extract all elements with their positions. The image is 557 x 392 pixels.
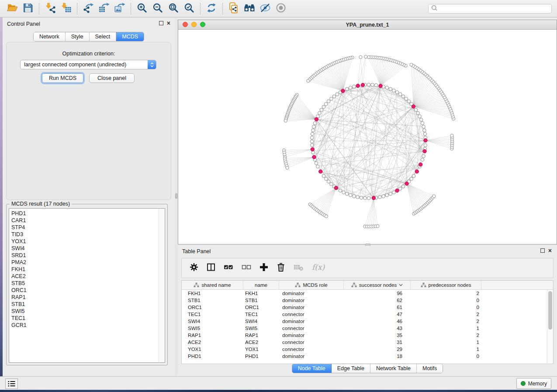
tab-network[interactable]: Network — [34, 32, 66, 41]
import-network-button[interactable] — [42, 2, 58, 16]
mcds-result-items: PHD1CAR1STP4TID3YOX1SWI4SRD1PMA2FKH1ACE2… — [9, 209, 165, 329]
tab-node-table[interactable]: Node Table — [292, 364, 332, 373]
close-panel-icon[interactable]: × — [167, 21, 170, 25]
network-canvas[interactable] — [178, 29, 557, 244]
close-panel-button[interactable]: Close panel — [89, 73, 135, 83]
list-item[interactable]: SRD1 — [9, 252, 165, 259]
zoom-selected-icon — [184, 3, 194, 15]
column-header-name[interactable]: name — [243, 281, 279, 289]
scrollbar-thumb[interactable] — [548, 291, 552, 330]
main-toolbar — [0, 0, 557, 17]
show-all-button[interactable] — [273, 2, 289, 16]
table-row[interactable]: YOX1YOX1connector291 — [182, 346, 553, 353]
column-header-successor-nodes[interactable]: successor nodes — [344, 281, 411, 289]
open-file-button[interactable] — [4, 2, 20, 16]
table-row[interactable]: PHD1PHD1dominator180 — [182, 353, 553, 360]
search-network-button[interactable] — [242, 2, 257, 16]
optimization-criterion-label: Optimization criterion: — [7, 51, 171, 57]
table-row[interactable]: SWI4SWI4dominator462 — [182, 318, 553, 325]
list-item[interactable]: PHD1 — [9, 210, 165, 217]
table-row[interactable]: ACE2ACE2connector311 — [182, 339, 553, 346]
list-item[interactable]: CAR1 — [9, 217, 165, 224]
list-item[interactable]: SWI5 — [9, 308, 165, 315]
memory-button[interactable]: Memory — [516, 378, 551, 389]
new-network-from-selection-button[interactable] — [226, 2, 242, 16]
window-minimize-icon[interactable] — [191, 22, 197, 27]
mcds-result-list[interactable]: PHD1CAR1STP4TID3YOX1SWI4SRD1PMA2FKH1ACE2… — [9, 208, 165, 363]
fit-content-button[interactable] — [166, 2, 181, 16]
table-row[interactable]: RAP1RAP1dominator352 — [182, 332, 553, 339]
table-row[interactable]: SWI5SWI5connector431 — [182, 325, 553, 332]
float-panel-icon[interactable] — [540, 248, 545, 253]
zoom-selected-button[interactable] — [181, 2, 197, 16]
column-header-shared-name[interactable]: shared name — [182, 281, 243, 289]
table-row[interactable]: FKH1FKH1dominator962 — [182, 290, 553, 297]
list-item[interactable]: ORC1 — [9, 287, 165, 294]
refresh-button[interactable] — [204, 2, 219, 16]
tab-motifs[interactable]: Motifs — [417, 364, 443, 373]
close-panel-icon[interactable]: × — [548, 248, 552, 253]
table-row[interactable]: ORC1ORC1dominator610 — [182, 304, 553, 311]
search-input[interactable] — [439, 5, 551, 12]
list-item[interactable]: TEC1 — [9, 315, 165, 322]
save-icon — [23, 3, 33, 15]
list-item[interactable]: STP4 — [9, 224, 165, 231]
network-window-title: YPA_prune.txt_1 — [346, 22, 389, 28]
memory-label: Memory — [528, 381, 547, 387]
float-panel-icon[interactable] — [159, 21, 163, 25]
table-rows: FKH1FKH1dominator962STB1STB1dominator620… — [182, 290, 553, 360]
list-item[interactable]: RAP1 — [9, 294, 165, 301]
tab-style[interactable]: Style — [66, 32, 90, 41]
table-row[interactable]: STB1STB1dominator620 — [182, 297, 553, 304]
list-item[interactable]: STB5 — [9, 280, 165, 287]
show-columns-button[interactable] — [206, 262, 216, 274]
table-settings-button[interactable] — [189, 262, 199, 274]
list-item[interactable]: GCR1 — [9, 322, 165, 329]
run-mcds-button[interactable]: Run MCDS — [42, 73, 83, 83]
delete-column-button[interactable] — [293, 262, 304, 274]
table-scrollbar[interactable] — [547, 290, 553, 363]
window-close-icon[interactable] — [183, 22, 188, 27]
search-icon — [431, 5, 438, 13]
tab-network-table[interactable]: Network Table — [370, 364, 417, 373]
tab-mcds[interactable]: MCDS — [116, 32, 144, 41]
mcds-list-scrollbar[interactable] — [159, 209, 165, 362]
hide-selected-button[interactable] — [257, 2, 273, 16]
network-window-titlebar[interactable]: YPA_prune.txt_1 — [178, 20, 557, 30]
table-row[interactable]: TEC1TEC1connector472 — [182, 311, 553, 318]
deselect-all-button[interactable] — [241, 262, 252, 274]
save-session-button[interactable] — [20, 2, 36, 16]
new-network-from-selection-icon — [228, 2, 239, 15]
list-item[interactable]: TID3 — [9, 231, 165, 238]
export-table-button[interactable] — [96, 2, 112, 16]
tab-edge-table[interactable]: Edge Table — [332, 364, 370, 373]
window-zoom-icon[interactable] — [200, 22, 205, 27]
zoom-out-button[interactable] — [150, 2, 166, 16]
criterion-dropdown[interactable]: largest connected component (undirected) — [20, 60, 156, 69]
show-panels-button[interactable] — [5, 378, 18, 389]
zoom-in-button[interactable] — [134, 2, 150, 16]
export-network-button[interactable] — [80, 2, 96, 16]
search-field[interactable] — [428, 4, 552, 14]
vertical-split-divider[interactable] — [175, 17, 178, 376]
list-item[interactable]: SWI4 — [9, 245, 165, 252]
function-builder-button[interactable]: f(x) — [311, 262, 327, 274]
hide-selected-icon — [259, 3, 271, 15]
column-header-predecessor-nodes[interactable]: predecessor nodes — [411, 281, 481, 289]
memory-status-icon — [521, 381, 526, 386]
delete-button[interactable] — [276, 262, 286, 274]
list-item[interactable]: FKH1 — [9, 266, 165, 273]
tab-select[interactable]: Select — [90, 32, 117, 41]
list-item[interactable]: YOX1 — [9, 238, 165, 245]
fit-content-icon — [168, 3, 179, 15]
toolbar-separator — [200, 3, 201, 14]
list-item[interactable]: ACE2 — [9, 273, 165, 280]
list-item[interactable]: STB1 — [9, 301, 165, 308]
select-all-button[interactable] — [223, 262, 234, 274]
list-item[interactable]: PMA2 — [9, 259, 165, 266]
import-table-button[interactable] — [58, 2, 74, 16]
desktop-wallpaper-bottom — [0, 390, 557, 392]
column-header-mcds-role[interactable]: MCDS role — [279, 281, 344, 289]
add-column-button[interactable] — [259, 262, 269, 274]
export-image-button[interactable] — [112, 2, 128, 16]
